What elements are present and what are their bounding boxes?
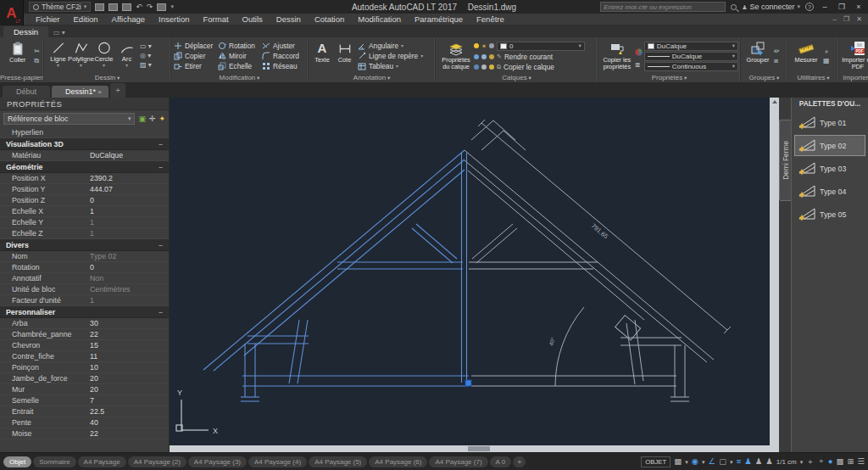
draw-arc[interactable]: Arc▾ bbox=[115, 39, 138, 73]
annotation-scale-value[interactable]: 1/1 cm bbox=[776, 458, 797, 466]
layout-tab-a4-paysage-3-[interactable]: A4 Paysage (3) bbox=[188, 456, 247, 467]
search-icon[interactable] bbox=[731, 4, 737, 10]
doc-window-controls[interactable]: ‒ ❐ ✕ bbox=[832, 15, 865, 23]
property-row-annotatif[interactable]: AnnotatifNon bbox=[0, 273, 169, 284]
selection-grip[interactable] bbox=[465, 380, 471, 386]
property-row-unit-de-bloc[interactable]: Unité de blocCentimètres bbox=[0, 284, 169, 295]
menu-outils[interactable]: Outils bbox=[236, 14, 270, 25]
match-properties-button[interactable]: Copier les propriétés bbox=[601, 39, 633, 73]
property-row-contre-fiche[interactable]: Contre_fiche11 bbox=[0, 351, 169, 362]
palette-item-type-02[interactable]: Type 02 bbox=[794, 135, 865, 156]
modify-rotation[interactable]: Rotation bbox=[218, 42, 260, 50]
modify-echelle[interactable]: Echelle bbox=[218, 62, 260, 70]
property-row-chambr-e-panne[interactable]: Chambrée_panne22 bbox=[0, 329, 169, 340]
section-header-personnaliser[interactable]: Personnaliser bbox=[0, 306, 169, 318]
ellipse-tool-icon[interactable]: ◎ ▾ bbox=[140, 53, 152, 59]
close-button[interactable]: × bbox=[853, 3, 865, 11]
layer-tool-icon[interactable] bbox=[489, 64, 494, 70]
panel-label-clipboard[interactable]: Presse-papiers bbox=[0, 73, 43, 82]
property-row-hyperlink[interactable]: Hyperlien bbox=[0, 127, 169, 138]
property-row-position-z[interactable]: Position Z0 bbox=[0, 195, 169, 206]
drawing-canvas[interactable]: 791.65 40° bbox=[170, 98, 770, 452]
annotation-scale-icon[interactable]: ♟ bbox=[755, 457, 763, 466]
panel-label-modify[interactable]: Modification bbox=[171, 73, 308, 82]
save-icon[interactable] bbox=[122, 3, 131, 11]
section-header-divers[interactable]: Divers bbox=[0, 239, 169, 251]
polar-icon[interactable]: ∠ bbox=[709, 457, 716, 466]
redo-icon[interactable]: ↷ bbox=[147, 3, 153, 11]
make-current-button[interactable]: Rendre courant bbox=[504, 53, 553, 61]
object-snap-icon[interactable]: ⊞ bbox=[848, 457, 854, 466]
property-row-moise[interactable]: Moise22 bbox=[0, 428, 169, 439]
modify-d-placer[interactable]: Déplacer bbox=[174, 42, 216, 50]
panel-label-layers[interactable]: Calques bbox=[436, 73, 598, 82]
chevron-down-icon[interactable]: ▾ bbox=[685, 459, 688, 465]
ungroup-icon[interactable]: ✏ bbox=[774, 48, 780, 55]
menu-dessin[interactable]: Dessin bbox=[270, 14, 308, 25]
annotation-angulaire[interactable]: Angulaire▾ bbox=[358, 42, 423, 50]
palette-item-type-03[interactable]: Type 03 bbox=[794, 158, 865, 179]
lineweight-list-icon[interactable]: ≣ bbox=[635, 62, 643, 69]
graphics-icon[interactable]: ● bbox=[828, 457, 833, 466]
annotation-visibility-icon[interactable]: ♟ bbox=[744, 457, 752, 466]
workspace-switcher[interactable]: Thème CF2i ▾ bbox=[29, 2, 91, 12]
property-row-jambe-de-force[interactable]: Jambe_de_force20 bbox=[0, 373, 169, 384]
grid-icon[interactable]: ▦ bbox=[674, 457, 682, 466]
clean-screen-icon[interactable]: ▩ bbox=[837, 457, 844, 466]
undo-icon[interactable]: ↶ bbox=[136, 3, 142, 11]
palette-item-type-04[interactable]: Type 04 bbox=[794, 181, 865, 202]
menu-edition[interactable]: Edition bbox=[67, 14, 105, 25]
menu-fichier[interactable]: Fichier bbox=[29, 14, 67, 25]
menu-insertion[interactable]: Insertion bbox=[152, 14, 196, 25]
property-row-mat-riau[interactable]: MatériauDuCalque bbox=[0, 150, 169, 161]
layout-tab-sommaire[interactable]: Sommaire bbox=[33, 456, 75, 467]
layer-select[interactable]: 0 bbox=[497, 42, 585, 51]
panel-label-draw[interactable]: Dessin bbox=[44, 73, 170, 82]
modify-r-seau[interactable]: Réseau bbox=[262, 62, 304, 70]
layer-tool-icon[interactable] bbox=[481, 64, 487, 70]
chevron-down-icon[interactable]: ▾ bbox=[730, 459, 733, 465]
layer-tool-icon[interactable] bbox=[481, 54, 487, 59]
property-row-semelle[interactable]: Semelle7 bbox=[0, 395, 169, 406]
cut-icon[interactable]: ✂ bbox=[34, 48, 40, 55]
quick-select-icon[interactable]: ✦ bbox=[159, 115, 165, 123]
tab-dessin[interactable]: Dessin bbox=[3, 26, 48, 37]
search-input[interactable] bbox=[600, 2, 726, 12]
color-select[interactable]: DuCalque bbox=[644, 42, 738, 51]
isolate-icon[interactable]: ⚬ bbox=[818, 457, 825, 466]
layer-tool-icon[interactable] bbox=[474, 64, 479, 70]
measure-button[interactable]: Mesurer bbox=[791, 39, 821, 73]
horizontal-scrollbar[interactable] bbox=[170, 445, 770, 452]
layer-properties-button[interactable]: Propriétés du calque bbox=[438, 39, 474, 73]
annotation-tableau[interactable]: Tableau▾ bbox=[358, 62, 423, 70]
palette-item-type-01[interactable]: Type 01 bbox=[794, 112, 865, 133]
paste-button[interactable]: Coller bbox=[3, 39, 32, 73]
menu-param-trique[interactable]: Paramétrique bbox=[408, 14, 470, 25]
modify-miroir[interactable]: Miroir bbox=[218, 52, 260, 60]
property-row-echelle-z[interactable]: Echelle Z1 bbox=[0, 228, 169, 239]
annotation-sync-icon[interactable]: ♟ bbox=[765, 457, 773, 466]
palette-tab-demi-ferme[interactable]: Demi Ferme bbox=[779, 120, 791, 201]
property-row-pente[interactable]: Pente40 bbox=[0, 417, 169, 428]
property-row-position-x[interactable]: Position X2390.2 bbox=[0, 173, 169, 184]
property-row-chevron[interactable]: Chevron15 bbox=[0, 340, 169, 351]
property-row-facteur-d-unit-[interactable]: Facteur d'unité1 bbox=[0, 295, 169, 306]
layout-tab-a4-paysage-4-[interactable]: A4 Paysage (4) bbox=[248, 456, 307, 467]
chevron-down-icon[interactable]: ▾ bbox=[702, 459, 705, 465]
menu-modification[interactable]: Modification bbox=[351, 14, 408, 25]
import-pdf-button[interactable]: PDF Importer en PDF bbox=[842, 39, 868, 73]
chevron-down-icon[interactable]: ▾ bbox=[800, 459, 804, 465]
file-tab-start[interactable]: Début bbox=[3, 86, 50, 98]
copy-clip-icon[interactable]: ⧉ bbox=[34, 58, 40, 64]
panel-label-import[interactable]: Importer bbox=[839, 73, 868, 82]
layer-tool-icon[interactable] bbox=[474, 54, 479, 59]
layer-freeze-icon[interactable]: ✶ bbox=[481, 43, 487, 49]
ribbon-options-icon[interactable]: ▭ ▾ bbox=[53, 29, 65, 37]
minimize-button[interactable]: – bbox=[819, 3, 831, 11]
copy-layer-button[interactable]: Copier le calque bbox=[504, 63, 554, 71]
panel-label-utilities[interactable]: Utilitaires bbox=[788, 73, 838, 82]
property-row-entrait[interactable]: Entrait22.5 bbox=[0, 406, 169, 417]
property-row-poin-on[interactable]: Poinçon10 bbox=[0, 362, 169, 373]
group-edit-icon[interactable]: ⧈ bbox=[774, 58, 780, 64]
snap-icon[interactable]: ◉ bbox=[692, 457, 698, 466]
